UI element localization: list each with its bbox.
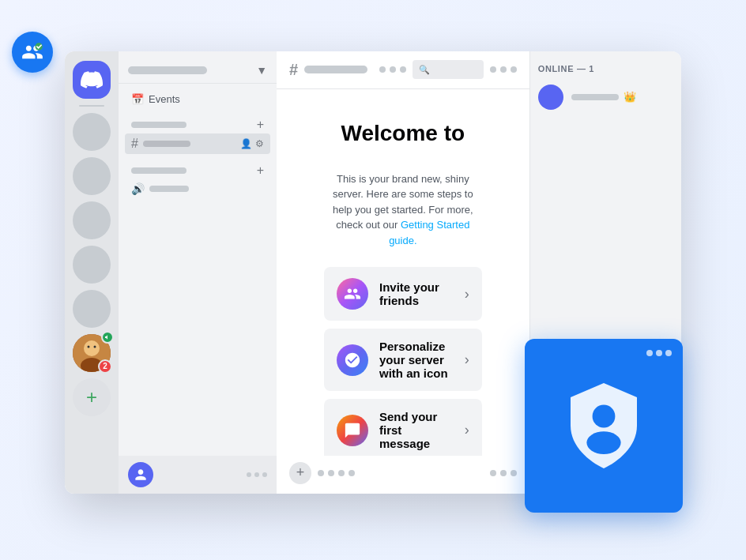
card-dot-1 [646,350,653,356]
card-dots [646,350,672,356]
add-channel-icon-1[interactable]: + [257,118,264,132]
volume-badge [101,331,114,344]
channel-name-bar-1 [143,141,190,147]
category-row-2: + [125,154,270,179]
personalize-chevron-icon: › [465,351,469,368]
channel-hash-icon: # [289,61,298,79]
checklist: Invite your friends › Personalize your s… [324,267,482,456]
input-dot-3 [338,470,345,476]
crown-icon: 👑 [624,91,636,103]
channel-sidebar: ▼ 📅 Events + # 👤 ⚙ [119,51,277,494]
user-avatar-small [128,462,153,487]
server-circle-3[interactable] [73,201,111,239]
welcome-area: Welcome to This is your brand new, shiny… [277,89,529,456]
person-icon: 👤 [240,138,252,149]
card-dot-2 [656,350,662,356]
input-dot-5 [490,470,496,476]
volume-icon [104,334,111,340]
dot-2 [254,472,259,477]
checklist-item-personalize[interactable]: Personalize your server with an icon › [324,329,482,391]
dot-1 [247,472,251,477]
search-icon: 🔍 [419,65,430,75]
security-shield-icon [556,378,651,473]
server-name-header[interactable]: ▼ [119,51,277,84]
topbar-dots-right [490,66,517,73]
topbar-channel-name [304,66,367,73]
member-row-1[interactable]: 👑 [538,81,680,113]
user-area-bottom [119,456,277,494]
main-content: # 🔍 Welcome to [277,51,529,494]
topbar-dot-6 [511,66,517,73]
chat-input-bar[interactable] [318,462,517,484]
personalize-icon [337,344,368,376]
topbar-dots [379,66,406,73]
svg-point-2 [84,340,100,356]
search-bar[interactable]: 🔍 [413,60,484,79]
chevron-down-icon: ▼ [256,64,267,77]
add-message-button[interactable]: + [289,462,311,484]
settings-icon[interactable]: ⚙ [255,138,264,149]
notification-badge: 2 [98,359,112,374]
topbar-dot-3 [400,66,406,73]
server-circle-4[interactable] [73,246,111,284]
add-channel-icon-2[interactable]: + [257,163,264,178]
channel-item-1[interactable]: # 👤 ⚙ [125,133,270,154]
category-row-1: + [125,108,270,133]
add-server-button[interactable]: + [73,378,111,416]
user-icon [133,467,149,483]
input-dot-7 [511,470,517,476]
invite-icon [337,278,368,310]
events-label: Events [149,93,180,105]
input-dots [318,470,355,476]
server-sidebar: 2 + [65,51,119,494]
home-server-icon[interactable] [73,61,111,99]
floating-security-card [525,339,683,513]
input-dot-1 [318,470,324,476]
topbar-dot-5 [500,66,507,73]
dot-3 [262,472,267,477]
input-dots-right [490,470,517,476]
server-name-bar [128,66,207,74]
checklist-item-invite[interactable]: Invite your friends › [324,267,482,321]
member-info-1: 👑 [571,91,680,103]
user-dots [247,472,267,477]
invite-chevron-icon: › [465,286,469,303]
channel-left-1: # [131,137,190,151]
welcome-description: This is your brand new, shiny server. He… [324,171,482,249]
topbar-right: 🔍 [379,60,517,79]
calendar-icon: 📅 [131,93,144,105]
personalize-server-icon [344,351,361,369]
channel-section: 📅 Events + # 👤 ⚙ + [119,84,277,198]
input-dot-4 [349,470,355,476]
welcome-title: Welcome to [341,121,465,146]
floating-users-icon [12,32,53,73]
topbar-dot-2 [390,66,396,73]
checklist-item-message[interactable]: Send your first message › [324,399,482,456]
svg-point-4 [88,345,90,348]
discord-logo-icon [81,69,103,91]
server-circle-1[interactable] [73,113,111,151]
member-name-bar-1 [571,94,619,100]
svg-point-5 [94,345,96,348]
getting-started-link[interactable]: Getting Started guide. [389,219,469,246]
card-dot-3 [665,350,672,356]
category-name-bar-1 [131,122,186,128]
svg-point-7 [586,431,620,454]
events-row[interactable]: 📅 Events [125,90,270,108]
message-chevron-icon: › [465,422,469,438]
plus-icon: + [296,464,305,481]
category-name-bar-2 [131,167,186,174]
server-circle-2[interactable] [73,157,111,195]
user-server-wrapper: 2 [73,334,111,372]
chat-input-area: + [277,456,529,494]
voice-name-bar [149,186,189,192]
message-label: Send your first message [379,410,454,450]
voice-channel-1[interactable]: 🔊 [125,179,270,198]
invite-label: Invite your friends [379,280,454,307]
channel-icons-1: 👤 ⚙ [240,138,264,149]
server-separator [79,105,104,107]
online-header: ONLINE — 1 [538,64,680,73]
input-dot-2 [328,470,334,476]
hash-icon-1: # [131,137,138,151]
server-circle-5[interactable] [73,290,111,328]
